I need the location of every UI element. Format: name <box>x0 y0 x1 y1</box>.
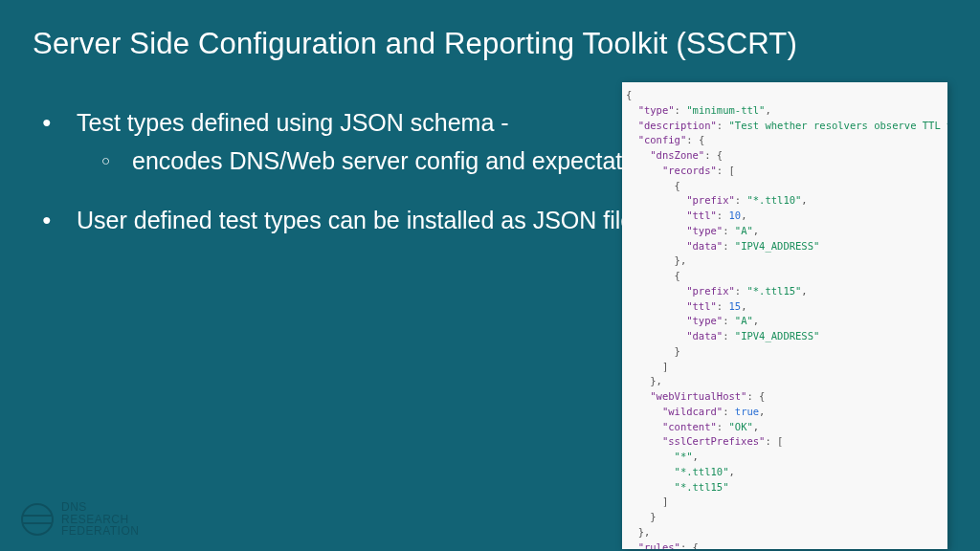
bullet-1-text: Test types defined using JSON schema - <box>77 109 509 136</box>
slide: Server Side Configuration and Reporting … <box>0 0 980 551</box>
globe-icon <box>21 503 54 536</box>
slide-title: Server Side Configuration and Reporting … <box>33 27 947 61</box>
logo-text: DNS RESEARCH FEDERATION <box>61 501 139 538</box>
bullet-2-text: User defined test types can be installed… <box>77 207 646 233</box>
code-block: { "type": "minimum-ttl", "description": … <box>626 88 947 549</box>
footer-logo: DNS RESEARCH FEDERATION <box>21 501 139 538</box>
json-code-sample: { "type": "minimum-ttl", "description": … <box>622 82 947 549</box>
